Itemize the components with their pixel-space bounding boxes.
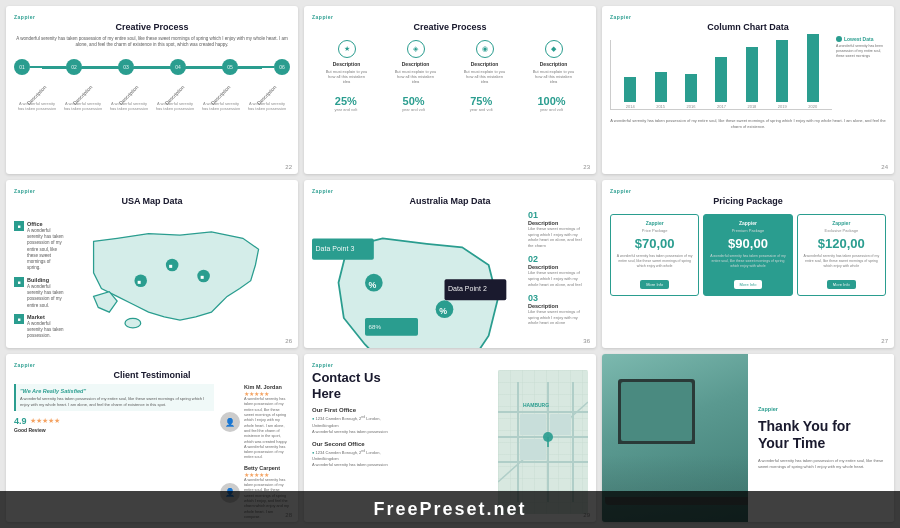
price-card-3-amount: $120,00 <box>802 236 881 251</box>
testimonial-block: "We Are Really Satisfied" A wonderful se… <box>14 384 214 411</box>
price-card-2-brand: Zappier <box>708 220 787 226</box>
slide-3-desc: A wonderful serenity has taken possessio… <box>610 118 886 129</box>
price-card-1-brand: Zappier <box>615 220 694 226</box>
slide-1-brand: Zappier <box>14 14 290 20</box>
office-1-title: Our First Office <box>312 407 492 413</box>
watermark: FreePreset.net <box>0 491 900 528</box>
price-card-1-btn[interactable]: More Info <box>640 280 669 289</box>
price-card-1-desc: A wonderful serenity has taken possessio… <box>615 254 694 269</box>
office-1: Our First Office ● 1234 Camden Borough, … <box>312 407 492 434</box>
price-card-2-amount: $90,00 <box>708 236 787 251</box>
slide-5-brand: Zappier <box>312 188 588 194</box>
slide-grid: Zappier Creative Process A wonderful ser… <box>0 0 900 528</box>
svg-text:Data Point 2: Data Point 2 <box>448 285 487 292</box>
slide-1-timeline: 01 02 03 04 05 06 <box>14 59 290 75</box>
price-card-2: Zappier Premium Package $90,00 A wonderf… <box>703 214 792 296</box>
price-card-1-label: Price Package <box>615 228 694 233</box>
tl-node-3: 03 <box>118 59 134 75</box>
slide-3-number: 24 <box>881 164 888 170</box>
slide-3-brand: Zappier <box>610 14 886 20</box>
tl-node-1: 01 <box>14 59 30 75</box>
price-card-2-btn[interactable]: More Info <box>734 280 763 289</box>
slide-4-number: 26 <box>285 338 292 344</box>
lowest-tag: Lowest Data <box>844 36 873 42</box>
slide-4-legend: ■ OfficeA wonderful serenity has taken p… <box>14 221 64 345</box>
svg-text:■: ■ <box>138 278 142 285</box>
slide-9-title: Thank You forYour Time <box>758 418 884 452</box>
price-card-3-brand: Zappier <box>802 220 881 226</box>
slide-6-title: Pricing Package <box>610 196 886 206</box>
svg-text:%: % <box>439 306 447 316</box>
slide-3: Zappier Column Chart Data 2014 2015 2016… <box>602 6 894 174</box>
slide-3-chart: 2014 2015 2016 2017 2018 2019 2020 <box>610 40 832 110</box>
slide-3-title: Column Chart Data <box>610 22 886 32</box>
svg-text:Data Point 3: Data Point 3 <box>316 245 355 252</box>
office-2: Our Second Office ● 1234 Camden Borough,… <box>312 441 492 468</box>
slide-5-number: 36 <box>583 338 590 344</box>
slide-1-desc-row: DescriptionA wonderful serenity has take… <box>14 83 290 111</box>
svg-point-0 <box>125 318 141 327</box>
office-2-title: Our Second Office <box>312 441 492 447</box>
svg-text:■: ■ <box>200 273 204 280</box>
contact-title: Contact UsHere <box>312 370 492 401</box>
slide-2-title: Creative Process <box>312 22 588 32</box>
slide-7-title: Client Testimonial <box>14 370 290 380</box>
reviewer-2-stars: ★★★★★ <box>244 471 290 478</box>
slide-6-brand: Zappier <box>610 188 886 194</box>
svg-rect-25 <box>520 414 546 435</box>
slide-1-number: 22 <box>285 164 292 170</box>
price-card-2-desc: A wonderful serenity has taken possessio… <box>708 254 787 269</box>
office-1-address: ● 1234 Camden Borough, 2nd London,United… <box>312 415 492 434</box>
slide-4-map: ■ ■ ■ <box>70 210 290 348</box>
slide-7-brand: Zappier <box>14 362 290 368</box>
laptop-screen <box>621 382 692 441</box>
slide-2-steps: ★DescriptionBut must explain to you how … <box>312 40 588 85</box>
slide-2: Zappier Creative Process ★DescriptionBut… <box>304 6 596 174</box>
reviewer-1-text: A wonderful serenity has taken possessio… <box>244 397 290 461</box>
rating-number: 4.9 <box>14 416 27 426</box>
slide-4-title: USA Map Data <box>14 196 290 206</box>
slide-9-body: A wonderful serenity has taken possessio… <box>758 458 884 470</box>
quote-title: "We Are Really Satisfied" <box>20 388 210 394</box>
slide-2-brand: Zappier <box>312 14 588 20</box>
good-review: Good Review <box>14 427 214 433</box>
office-2-address: ● 1234 Camden Borough, 2nd London,United… <box>312 449 492 468</box>
slide-6-number: 27 <box>881 338 888 344</box>
rating-stars: ★★★★★ <box>30 417 60 425</box>
slide-1: Zappier Creative Process A wonderful ser… <box>6 6 298 174</box>
slide-2-pct-row: 25%year and volt 50%year and volt 75%yea… <box>312 95 588 112</box>
price-card-1-amount: $70,00 <box>615 236 694 251</box>
laptop-shape <box>618 379 695 444</box>
price-card-1: Zappier Price Package $70,00 A wonderful… <box>610 214 699 296</box>
slide-6: Zappier Pricing Package Zappier Price Pa… <box>602 180 894 348</box>
slide-5: Zappier Australia Map Data % % Data Poin… <box>304 180 596 348</box>
slide-1-intro: A wonderful serenity has taken possessio… <box>14 36 290 49</box>
slide-9-brand: Zappier <box>758 406 884 412</box>
tl-node-4: 04 <box>170 59 186 75</box>
svg-text:HAMBURG: HAMBURG <box>523 402 549 408</box>
slide-1-title: Creative Process <box>14 22 290 32</box>
price-card-3-label: Exclusive Package <box>802 228 881 233</box>
svg-text:■: ■ <box>169 262 173 269</box>
slide-5-map: % % Data Point 3 Data Point 2 68% <box>312 210 524 348</box>
slide-4-brand: Zappier <box>14 188 290 194</box>
svg-rect-27 <box>520 439 546 460</box>
slide-4: Zappier USA Map Data ■ OfficeA wonderful… <box>6 180 298 348</box>
slide-6-cards: Zappier Price Package $70,00 A wonderful… <box>610 214 886 296</box>
price-card-3-btn[interactable]: More Info <box>827 280 856 289</box>
rating-row: 4.9 ★★★★★ <box>14 416 214 426</box>
reviewer-1-avatar: 👤 <box>220 412 240 432</box>
price-card-3-desc: A wonderful serenity has taken possessio… <box>802 254 881 269</box>
quote-text: A wonderful serenity has taken possessio… <box>20 396 210 407</box>
reviewer-1-row: 👤 Kim M. Jordan ★★★★★ A wonderful sereni… <box>220 384 290 461</box>
svg-text:%: % <box>369 280 377 290</box>
slide-2-number: 23 <box>583 164 590 170</box>
svg-text:68%: 68% <box>369 323 382 330</box>
slide-8-brand: Zappier <box>312 362 588 368</box>
reviewer-1-stars: ★★★★★ <box>244 390 290 397</box>
price-card-2-label: Premium Package <box>708 228 787 233</box>
tl-node-2: 02 <box>66 59 82 75</box>
svg-rect-26 <box>550 414 571 435</box>
tl-node-5: 05 <box>222 59 238 75</box>
slide-5-descriptions: 01 Description Like these sweet mornings… <box>528 210 588 348</box>
